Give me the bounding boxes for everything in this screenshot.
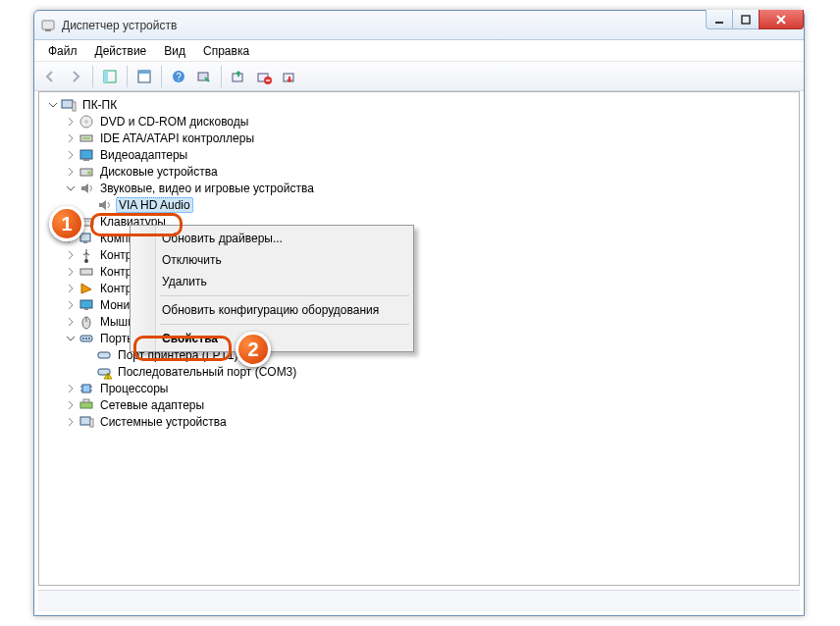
system-icon — [79, 414, 94, 430]
mouse-icon — [79, 314, 94, 330]
cpu-icon — [79, 381, 94, 396]
monitor-icon — [79, 297, 94, 313]
ctx-scan-hardware[interactable]: Обновить конфигурацию оборудования — [132, 299, 411, 321]
menu-help[interactable]: Справка — [195, 42, 257, 60]
svg-rect-1 — [45, 29, 51, 31]
scan-hardware-button[interactable] — [192, 65, 216, 88]
back-button[interactable] — [38, 65, 62, 88]
toolbar-separator — [92, 66, 93, 87]
svg-rect-14 — [266, 79, 270, 80]
tree-item-via-hd-audio[interactable]: VIA HD Audio — [82, 196, 799, 213]
svg-rect-33 — [80, 269, 92, 275]
tree-item-com3[interactable]: ! Последовательный порт (COM3) — [82, 363, 799, 380]
menu-action[interactable]: Действие — [87, 42, 155, 60]
usb-icon — [79, 247, 94, 263]
tree-label: Дисковые устройства — [98, 165, 220, 179]
show-hide-tree-button[interactable] — [98, 65, 122, 88]
properties-button[interactable] — [132, 65, 156, 88]
dvd-icon — [79, 114, 94, 130]
window-title: Диспетчер устройств — [62, 19, 177, 32]
svg-rect-29 — [87, 221, 89, 222]
expand-icon[interactable] — [65, 249, 77, 261]
svg-point-39 — [82, 338, 84, 339]
context-menu-separator — [160, 324, 409, 325]
mi-label: Свойства — [162, 332, 218, 345]
toolbar-separator — [221, 66, 222, 87]
tree-item-net[interactable]: Сетевые адаптеры — [65, 396, 799, 413]
expand-icon[interactable] — [65, 166, 77, 178]
tree-label: Системные устройства — [98, 415, 229, 429]
collapse-icon[interactable] — [47, 99, 59, 111]
mi-label: Обновить драйверы... — [162, 232, 283, 245]
svg-rect-0 — [42, 21, 54, 29]
forward-button[interactable] — [64, 65, 87, 88]
tree-label: Сетевые адаптеры — [98, 398, 206, 412]
tree-item-cpu[interactable]: Процессоры — [65, 380, 799, 396]
expand-icon[interactable] — [65, 283, 77, 294]
svg-rect-34 — [80, 300, 92, 308]
svg-rect-22 — [80, 150, 92, 159]
minimize-button[interactable] — [706, 10, 733, 29]
tree-label: ПК-ПК — [80, 98, 119, 112]
close-button[interactable] — [759, 10, 804, 29]
svg-rect-16 — [62, 100, 73, 108]
toolbar: ? — [34, 62, 804, 91]
tree-item-system[interactable]: Системные устройства — [65, 413, 799, 430]
menu-file[interactable]: Файл — [40, 42, 85, 60]
svg-text:?: ? — [176, 72, 182, 82]
expand-icon[interactable] — [65, 266, 77, 278]
toolbar-separator — [127, 66, 128, 87]
tree-label: VIA HD Audio — [116, 197, 193, 213]
expand-icon[interactable] — [65, 399, 77, 411]
disable-button[interactable] — [278, 65, 301, 88]
update-driver-button[interactable] — [227, 65, 250, 88]
collapse-icon[interactable] — [65, 183, 77, 194]
expand-icon[interactable] — [65, 149, 77, 161]
svg-text:!: ! — [107, 373, 109, 380]
port-icon — [79, 331, 94, 346]
expand-icon[interactable] — [65, 132, 77, 144]
floppy-icon — [79, 264, 94, 280]
svg-rect-30 — [80, 234, 90, 241]
svg-rect-28 — [84, 221, 86, 222]
tree-item-disk[interactable]: Дисковые устройства — [65, 163, 799, 180]
mi-label: Отключить — [162, 253, 222, 267]
app-icon — [40, 18, 56, 33]
maximize-button[interactable] — [732, 10, 760, 29]
expand-icon[interactable] — [65, 316, 77, 328]
tree-root[interactable]: ПК-ПК — [47, 96, 799, 113]
context-menu: Обновить драйверы... Отключить Удалить О… — [130, 225, 414, 352]
svg-rect-23 — [83, 159, 89, 161]
svg-rect-21 — [82, 137, 90, 139]
tree-label: Процессоры — [98, 382, 171, 395]
port-warning-icon: ! — [96, 364, 112, 380]
mi-label: Удалить — [162, 275, 207, 288]
svg-rect-52 — [80, 417, 90, 425]
spacer — [82, 366, 94, 378]
collapse-icon[interactable] — [65, 333, 77, 344]
tree-label: DVD и CD-ROM дисководы — [98, 115, 250, 129]
svg-rect-7 — [138, 71, 150, 74]
toolbar-separator — [161, 66, 162, 87]
window-controls — [707, 10, 804, 29]
expand-icon[interactable] — [65, 116, 77, 128]
help-button[interactable]: ? — [167, 65, 190, 88]
ctx-update-drivers[interactable]: Обновить драйверы... — [132, 228, 411, 249]
tree-item-ide[interactable]: IDE ATA/ATAPI контроллеры — [65, 130, 799, 146]
computer-icon — [61, 97, 77, 113]
expand-icon[interactable] — [65, 383, 77, 394]
tree-item-sound[interactable]: Звуковые, видео и игровые устройства — [65, 180, 799, 196]
menu-view[interactable]: Вид — [156, 42, 193, 60]
spacer — [82, 349, 94, 361]
tree-item-video[interactable]: Видеоадаптеры — [65, 146, 799, 163]
tree-label: Звуковые, видео и игровые устройства — [98, 182, 316, 195]
expand-icon[interactable] — [65, 299, 77, 311]
ctx-disable[interactable]: Отключить — [132, 249, 411, 271]
sound-icon — [79, 181, 94, 196]
uninstall-button[interactable] — [252, 65, 276, 88]
ctx-properties[interactable]: Свойства — [132, 328, 411, 349]
tree-item-dvd[interactable]: DVD и CD-ROM дисководы — [65, 113, 799, 130]
expand-icon[interactable] — [65, 416, 77, 428]
disk-icon — [79, 164, 94, 180]
ctx-uninstall[interactable]: Удалить — [132, 271, 411, 292]
